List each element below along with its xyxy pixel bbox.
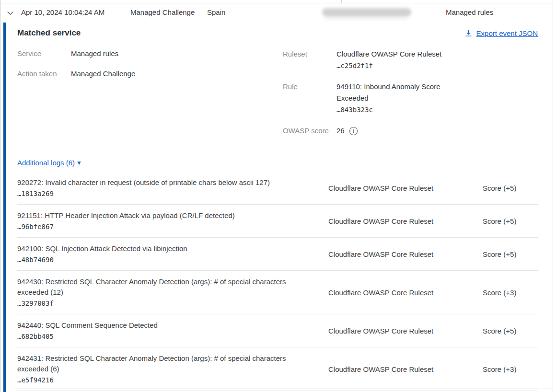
additional-logs-toggle[interactable]: Additional logs (6) ▼ bbox=[17, 159, 82, 167]
owasp-score-label: OWASP score bbox=[283, 125, 336, 137]
log-rule-description: 921151: HTTP Header Injection Attack via… bbox=[17, 211, 235, 219]
event-summary-row[interactable]: Apr 10, 2024 10:04:24 AM Managed Challen… bbox=[0, 3, 553, 23]
action-taken-label: Action taken bbox=[17, 69, 71, 79]
log-row: 920272: Invalid character in request (ou… bbox=[17, 172, 538, 205]
owasp-score-value: 26 bbox=[336, 125, 345, 137]
ruleset-label: Ruleset bbox=[283, 48, 336, 60]
matched-service-panel: Matched service Export event JSON Servic… bbox=[17, 23, 538, 391]
rule-label: Rule bbox=[283, 81, 336, 92]
ruleset-id: …c25d2f1f bbox=[336, 60, 441, 71]
column-divider-tick bbox=[341, 0, 342, 3]
ruleset-field: Ruleset Cloudflare OWASP Core Ruleset …c… bbox=[283, 48, 538, 71]
log-ruleset-name: Cloudflare OWASP Core Ruleset bbox=[312, 250, 466, 258]
export-link-label[interactable]: Export event JSON bbox=[476, 29, 538, 37]
log-rule-id: …e5f94216 bbox=[17, 375, 312, 385]
log-ruleset-name: Cloudflare OWASP Core Ruleset bbox=[312, 327, 466, 335]
log-rule-description: 920272: Invalid character in request (ou… bbox=[17, 178, 270, 186]
window-left-border bbox=[0, 0, 0, 392]
log-ruleset-name: Cloudflare OWASP Core Ruleset bbox=[312, 184, 466, 192]
log-rule-id: …96bfe867 bbox=[17, 222, 312, 232]
log-score: Score (+5) bbox=[466, 217, 538, 225]
event-service: Managed rules bbox=[446, 8, 493, 17]
expanded-row-accent-bar bbox=[3, 23, 6, 392]
event-action: Managed Challenge bbox=[130, 8, 195, 17]
log-rule-description: 942440: SQL Comment Sequence Detected bbox=[17, 321, 158, 329]
log-ruleset-name: Cloudflare OWASP Core Ruleset bbox=[312, 217, 466, 225]
rule-id: …843b323c bbox=[336, 104, 452, 115]
log-rule-id: …48b74690 bbox=[17, 255, 312, 265]
redacted-client-value bbox=[322, 8, 411, 16]
ruleset-value: Cloudflare OWASP Core Ruleset bbox=[336, 48, 441, 60]
panel-header: Matched service Export event JSON bbox=[17, 27, 538, 39]
log-score: Score (+5) bbox=[466, 184, 538, 192]
details-left-column: Service Managed rules Action taken Manag… bbox=[17, 48, 283, 146]
log-rule-description: 942100: SQL Injection Attack Detected vi… bbox=[17, 244, 187, 253]
service-field: Service Managed rules bbox=[17, 48, 283, 58]
info-icon[interactable]: i bbox=[349, 127, 358, 135]
panel-title: Matched service bbox=[17, 28, 81, 38]
event-timestamp: Apr 10, 2024 10:04:24 AM bbox=[21, 8, 104, 17]
owasp-score-field: OWASP score 26 i bbox=[283, 125, 538, 137]
log-row: 942431: Restricted SQL Character Anomaly… bbox=[17, 347, 538, 391]
log-score: Score (+3) bbox=[466, 288, 538, 297]
log-rule-id: …1813a269 bbox=[17, 189, 312, 199]
log-row: 942440: SQL Comment Sequence Detected …6… bbox=[17, 314, 538, 347]
log-rule-id: …682bb405 bbox=[17, 332, 312, 342]
log-row: 921151: HTTP Header Injection Attack via… bbox=[17, 205, 538, 238]
log-ruleset-name: Cloudflare OWASP Core Ruleset bbox=[312, 365, 466, 373]
event-country: Spain bbox=[207, 8, 225, 17]
additional-logs-table: 920272: Invalid character in request (ou… bbox=[17, 172, 538, 391]
log-rule-description: 942430: Restricted SQL Character Anomaly… bbox=[17, 277, 286, 296]
details-right-column: Ruleset Cloudflare OWASP Core Ruleset …c… bbox=[283, 48, 538, 146]
rule-field: Rule 949110: Inbound Anomaly Score Excee… bbox=[283, 81, 538, 115]
log-rule-description: 942431: Restricted SQL Character Anomaly… bbox=[17, 354, 286, 373]
log-row: 942100: SQL Injection Attack Detected vi… bbox=[17, 238, 538, 271]
window-right-border bbox=[553, 0, 553, 392]
log-row: 942430: Restricted SQL Character Anomaly… bbox=[17, 271, 538, 314]
additional-logs-label[interactable]: Additional logs (6) bbox=[17, 159, 75, 167]
log-score: Score (+3) bbox=[466, 365, 538, 373]
table-bottom-divider bbox=[14, 389, 552, 389]
log-score: Score (+5) bbox=[466, 250, 538, 258]
export-event-json-link[interactable]: Export event JSON bbox=[465, 29, 538, 37]
log-ruleset-name: Cloudflare OWASP Core Ruleset bbox=[312, 288, 466, 297]
chevron-down-icon[interactable] bbox=[6, 9, 14, 17]
action-taken-field: Action taken Managed Challenge bbox=[17, 69, 283, 79]
service-label: Service bbox=[17, 48, 71, 58]
event-details: Service Managed rules Action taken Manag… bbox=[17, 48, 538, 146]
action-taken-value: Managed Challenge bbox=[71, 69, 135, 79]
caret-down-icon: ▼ bbox=[76, 160, 82, 166]
log-rule-id: …3297003f bbox=[17, 299, 312, 309]
rule-value: 949110: Inbound Anomaly Score Exceeded bbox=[336, 81, 452, 104]
service-value: Managed rules bbox=[71, 48, 118, 58]
download-icon bbox=[465, 30, 472, 37]
security-events-activity-log: Apr 10, 2024 10:04:24 AM Managed Challen… bbox=[0, 0, 556, 392]
log-score: Score (+5) bbox=[466, 327, 538, 335]
